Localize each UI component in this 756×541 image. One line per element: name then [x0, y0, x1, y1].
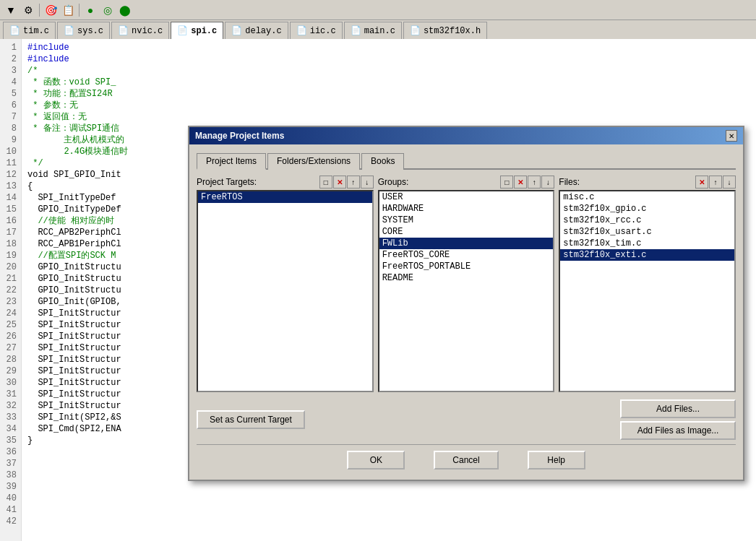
- toolbar-target-btn[interactable]: 🎯: [43, 2, 59, 18]
- tab-main-c[interactable]: 📄 main.c: [344, 22, 402, 39]
- tab-nvic-c[interactable]: 📄 nvic.c: [111, 22, 169, 39]
- dialog-footer: OK Cancel Help: [197, 444, 736, 472]
- list-item[interactable]: HARDWARE: [379, 203, 554, 215]
- list-item[interactable]: FreeRTOS_PORTABLE: [379, 261, 554, 272]
- dialog-bottom-left: Set as Current Target: [197, 410, 620, 429]
- list-item[interactable]: stm32f10x_exti.c: [560, 249, 734, 261]
- list-item[interactable]: USER: [379, 191, 554, 203]
- cancel-button[interactable]: Cancel: [434, 451, 498, 469]
- dialog-tab-folders-extensions[interactable]: Folders/Extensions: [267, 153, 360, 170]
- columns-area: Project Targets: □ ✕ ↑ ↓ FreeRTOS: [197, 176, 736, 392]
- files-label: Files:: [559, 177, 580, 187]
- groups-new-btn[interactable]: □: [500, 176, 513, 189]
- files-col-buttons: ✕ ↑ ↓: [695, 176, 736, 189]
- list-item[interactable]: SYSTEM: [379, 215, 554, 226]
- groups-list[interactable]: USERHARDWARESYSTEMCOREFWLibFreeRTOS_CORE…: [378, 190, 555, 392]
- list-item[interactable]: stm32f10x_usart.c: [560, 226, 734, 238]
- tab-iic-c[interactable]: 📄 iic.c: [290, 22, 343, 39]
- targets-up-btn[interactable]: ↑: [347, 176, 360, 189]
- dialog-tabs-bar: Project Items Folders/Extensions Books: [197, 152, 736, 170]
- tab-tim-c-icon: 📄: [9, 25, 20, 36]
- manage-project-dialog: Manage Project Items ✕ Project Items Fol…: [188, 126, 744, 481]
- toolbar-separator-1: [39, 4, 40, 17]
- tab-spi-c[interactable]: 📄 spi.c: [171, 22, 223, 39]
- tab-spi-c-label: spi.c: [191, 26, 217, 36]
- list-item[interactable]: stm32f10x_rcc.c: [560, 215, 734, 226]
- tab-sys-c-icon: 📄: [64, 25, 74, 36]
- list-item[interactable]: stm32f10x_gpio.c: [560, 203, 734, 215]
- files-del-btn[interactable]: ✕: [695, 176, 708, 189]
- dialog-titlebar: Manage Project Items ✕: [189, 127, 743, 144]
- dialog-close-button[interactable]: ✕: [726, 130, 737, 142]
- groups-label: Groups:: [378, 177, 409, 187]
- dialog-bottom-actions: Set as Current Target Add Files... Add F…: [197, 399, 736, 440]
- help-button[interactable]: Help: [528, 451, 585, 469]
- list-item[interactable]: README: [379, 272, 554, 284]
- groups-column: Groups: □ ✕ ↑ ↓ USERHARDWARESYSTEMCOREFW…: [378, 176, 555, 392]
- add-files-image-button[interactable]: Add Files as Image...: [620, 421, 736, 440]
- list-item[interactable]: FreeRTOS: [198, 191, 372, 203]
- groups-col-buttons: □ ✕ ↑ ↓: [500, 176, 554, 189]
- tab-delay-c[interactable]: 📄 delay.c: [225, 22, 288, 39]
- toolbar-dropdown-btn[interactable]: ▼: [3, 2, 19, 18]
- files-list[interactable]: misc.cstm32f10x_gpio.cstm32f10x_rcc.cstm…: [559, 190, 736, 392]
- dialog-tab-project-items[interactable]: Project Items: [197, 153, 266, 170]
- tab-delay-c-icon: 📄: [231, 25, 242, 36]
- targets-column: Project Targets: □ ✕ ↑ ↓ FreeRTOS: [197, 176, 374, 392]
- toolbar-separator-2: [79, 4, 80, 17]
- tab-sys-c-label: sys.c: [77, 26, 103, 36]
- files-column: Files: ✕ ↑ ↓ misc.cstm32f10x_gpio.cstm32…: [559, 176, 736, 392]
- files-col-header: Files: ✕ ↑ ↓: [559, 176, 736, 189]
- targets-col-header: Project Targets: □ ✕ ↑ ↓: [197, 176, 374, 189]
- toolbar-green2-btn[interactable]: ◎: [100, 2, 116, 18]
- tab-nvic-c-label: nvic.c: [132, 26, 163, 36]
- add-files-button[interactable]: Add Files...: [620, 399, 736, 418]
- dialog-body: Project Items Folders/Extensions Books P…: [189, 144, 743, 480]
- list-item[interactable]: misc.c: [560, 191, 734, 203]
- groups-col-header: Groups: □ ✕ ↑ ↓: [378, 176, 555, 189]
- set-current-target-button[interactable]: Set as Current Target: [197, 410, 305, 429]
- list-item[interactable]: FWLib: [379, 238, 554, 249]
- files-down-btn[interactable]: ↓: [723, 176, 736, 189]
- tab-sys-c[interactable]: 📄 sys.c: [57, 22, 110, 39]
- tab-stm32f10x-h-icon: 📄: [410, 25, 421, 36]
- targets-del-btn[interactable]: ✕: [333, 176, 346, 189]
- ok-button[interactable]: OK: [347, 451, 405, 469]
- dialog-tab-books[interactable]: Books: [361, 153, 404, 170]
- targets-list[interactable]: FreeRTOS: [197, 190, 374, 392]
- tab-nvic-c-icon: 📄: [118, 25, 129, 36]
- files-up-btn[interactable]: ↑: [709, 176, 722, 189]
- toolbar-green1-btn[interactable]: ●: [82, 2, 98, 18]
- tab-stm32f10x-h-label: stm32f10x.h: [424, 26, 481, 36]
- tab-stm32f10x-h[interactable]: 📄 stm32f10x.h: [403, 22, 487, 39]
- code-area: 1234567891011121314151617181920212223242…: [0, 39, 756, 541]
- tab-spi-c-icon: 📄: [177, 25, 188, 36]
- list-item[interactable]: CORE: [379, 226, 554, 238]
- list-item[interactable]: FreeRTOS_CORE: [379, 249, 554, 261]
- dialog-title: Manage Project Items: [195, 131, 284, 141]
- tab-iic-c-icon: 📄: [296, 25, 307, 36]
- dialog-bottom-right: Add Files... Add Files as Image...: [620, 399, 736, 440]
- tab-main-c-icon: 📄: [351, 25, 361, 36]
- dialog-overlay: Manage Project Items ✕ Project Items Fol…: [0, 39, 756, 541]
- groups-del-btn[interactable]: ✕: [514, 176, 527, 189]
- targets-new-btn[interactable]: □: [319, 176, 332, 189]
- toolbar-copy-btn[interactable]: 📋: [60, 2, 76, 18]
- targets-label: Project Targets:: [197, 177, 257, 187]
- targets-down-btn[interactable]: ↓: [361, 176, 374, 189]
- tab-delay-c-label: delay.c: [245, 26, 281, 36]
- tab-tim-c-label: tim.c: [23, 26, 49, 36]
- tab-tim-c[interactable]: 📄 tim.c: [3, 22, 56, 39]
- groups-down-btn[interactable]: ↓: [541, 176, 554, 189]
- tabs-bar: 📄 tim.c 📄 sys.c 📄 nvic.c 📄 spi.c 📄 delay…: [0, 20, 756, 39]
- tab-main-c-label: main.c: [364, 26, 395, 36]
- list-item[interactable]: stm32f10x_tim.c: [560, 238, 734, 249]
- tab-iic-c-label: iic.c: [310, 26, 336, 36]
- toolbar-debug-btn[interactable]: ⬤: [117, 2, 133, 18]
- groups-up-btn[interactable]: ↑: [528, 176, 541, 189]
- toolbar-settings-btn[interactable]: ⚙: [20, 2, 36, 18]
- toolbar: ▼ ⚙ 🎯 📋 ● ◎ ⬤: [0, 0, 756, 20]
- targets-col-buttons: □ ✕ ↑ ↓: [319, 176, 374, 189]
